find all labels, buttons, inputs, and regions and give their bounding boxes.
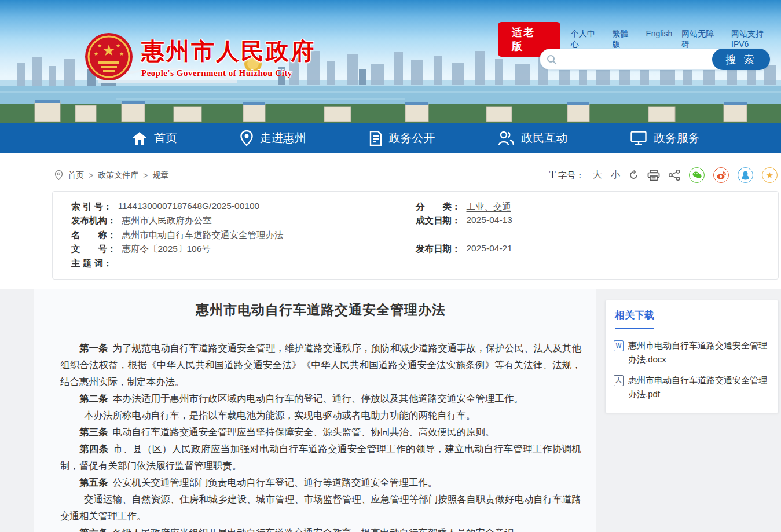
wechat-icon[interactable] — [689, 167, 705, 183]
sidebar: 相关下载 W 惠州市电动自行车道路交通安全管理办法.docx 人 惠州市电动自行… — [605, 300, 779, 413]
metadata-value: 2025-04-21 — [467, 243, 512, 255]
breadcrumb-current[interactable]: 规章 — [152, 170, 168, 181]
svg-text:★: ★ — [116, 43, 120, 49]
metadata-label: 索 引 号： — [71, 201, 112, 213]
home-icon — [132, 131, 147, 145]
file-type-icon: W — [614, 340, 624, 351]
breadcrumb-location-icon — [54, 170, 63, 180]
metadata-value: 工业、交通 — [467, 201, 512, 213]
document-paragraph: 第五条公安机关交通管理部门负责电动自行车登记、通行等道路交通安全管理工作。 — [60, 474, 581, 491]
weibo-icon[interactable] — [713, 167, 729, 183]
metadata-value: 惠府令〔2025〕106号 — [122, 243, 211, 255]
national-emblem-icon: ★ ★ ★ ★ ★ — [85, 32, 133, 81]
metadata-row: 文 号： 惠府令〔2025〕106号 — [71, 243, 416, 255]
site-subtitle: People's Government of Huizhou City — [141, 68, 316, 78]
location-pin-icon — [240, 130, 253, 146]
logo-text: 惠州市人民政府 People's Government of Huizhou C… — [141, 35, 316, 78]
document-paragraph: 交通运输、自然资源、住房和城乡建设、城市管理、市场监督管理、应急管理等部门按照各… — [60, 491, 581, 524]
metadata-label: 分 类： — [416, 201, 461, 213]
metadata-row: 成文日期： 2025-04-13 — [416, 215, 772, 227]
article-number: 第四条 — [79, 443, 109, 454]
nav-label: 政民互动 — [521, 130, 567, 146]
qq-icon[interactable] — [738, 167, 753, 183]
metadata-row: 发布日期： 2025-04-21 — [416, 243, 772, 255]
monitor-icon — [630, 131, 647, 145]
nav-label: 政务服务 — [654, 130, 700, 146]
breadcrumb-separator: > — [89, 171, 93, 180]
font-smaller-button[interactable]: 小 — [611, 169, 620, 181]
document-paragraph: 第六条各级人民政府应当组织开展电动自行车道路交通安全教育，提高电动自行车驾乘人员… — [60, 524, 581, 532]
paragraph-text: 本办法所称电动自行车，是指以车载电池为能源，实现电驱动或者电助力功能的两轮自行车… — [84, 410, 476, 420]
topbar-link[interactable]: 网站支持IPV6 — [731, 29, 781, 50]
metadata-value: 2025-04-13 — [467, 215, 512, 227]
download-file-name: 惠州市电动自行车道路交通安全管理办法.pdf — [628, 373, 770, 401]
nav-item-interaction[interactable]: 政民互动 — [498, 130, 567, 146]
nav-item-gov-info[interactable]: 政务公开 — [369, 130, 435, 146]
svg-text:★: ★ — [119, 51, 124, 57]
search-button[interactable]: 搜 索 — [712, 49, 770, 70]
nav-item-home[interactable]: 首页 — [132, 130, 177, 146]
breadcrumb-policy-library[interactable]: 政策文件库 — [98, 170, 138, 181]
topbar-links: 个人中心繁體版English网站无障碍网站支持IPV6 — [571, 29, 781, 50]
paragraph-text: 为了规范电动自行车道路交通安全管理，维护道路交通秩序，预防和减少道路交通事故，保… — [60, 343, 581, 387]
paragraph-text: 本办法适用于惠州市行政区域内电动自行车的登记、通行、停放以及其他道路交通安全管理… — [113, 393, 524, 403]
document-panel: 惠州市电动自行车道路交通安全管理办法 第一条为了规范电动自行车道路交通安全管理，… — [34, 289, 596, 532]
topbar-link[interactable]: 网站无障碍 — [681, 29, 722, 50]
breadcrumb-separator: > — [143, 171, 148, 180]
download-link[interactable]: 人 惠州市电动自行车道路交通安全管理办法.pdf — [614, 373, 770, 401]
metadata-left-column: 索 引 号： 11441300007187648G/2025-00100 发布机… — [71, 200, 416, 271]
download-link[interactable]: W 惠州市电动自行车道路交通安全管理办法.docx — [614, 339, 770, 366]
font-larger-button[interactable]: 大 — [593, 169, 602, 181]
nav-label: 走进惠州 — [260, 130, 306, 146]
article-number: 第六条 — [79, 527, 108, 532]
search-input[interactable] — [557, 49, 712, 69]
page-toolbar: T 字号： 大 小 ★ — [549, 167, 778, 183]
article-number: 第五条 — [79, 477, 108, 487]
site-header: 适老版 个人中心繁體版English网站无障碍网站支持IPV6 ★ ★ ★ ★ … — [0, 0, 781, 123]
nav-item-about-huizhou[interactable]: 走进惠州 — [240, 130, 306, 146]
topbar-link[interactable]: 个人中心 — [571, 29, 603, 50]
metadata-right-column: 分 类： 工业、交通 成文日期： 2025-04-13 发布日期： 2025-0… — [416, 200, 772, 271]
article-number: 第一条 — [79, 343, 108, 353]
favorite-star-icon[interactable]: ★ — [762, 167, 778, 183]
refresh-icon[interactable] — [629, 170, 639, 180]
document-paragraph: 第一条为了规范电动自行车道路交通安全管理，维护道路交通秩序，预防和减少道路交通事… — [60, 340, 581, 390]
nav-label: 首页 — [154, 130, 177, 146]
metadata-label: 发布日期： — [416, 243, 461, 255]
site-logo[interactable]: ★ ★ ★ ★ ★ 惠州市人民政府 People's Government of… — [85, 32, 316, 81]
download-file-name: 惠州市电动自行车道路交通安全管理办法.docx — [628, 339, 770, 366]
svg-text:★: ★ — [97, 43, 102, 49]
metadata-row: 主 题 词： — [71, 258, 416, 270]
paragraph-text: 公安机关交通管理部门负责电动自行车登记、通行等道路交通安全管理工作。 — [113, 477, 438, 487]
document-title: 惠州市电动自行车道路交通安全管理办法 — [60, 301, 581, 319]
people-icon — [498, 131, 514, 146]
print-icon[interactable] — [647, 170, 660, 181]
metadata-label: 名 称： — [71, 229, 116, 241]
site-title: 惠州市人民政府 — [141, 35, 316, 67]
svg-text:★: ★ — [102, 42, 115, 59]
document-section: 惠州市电动自行车道路交通安全管理办法 第一条为了规范电动自行车道路交通安全管理，… — [0, 289, 781, 532]
metadata-row: 分 类： 工业、交通 — [416, 201, 772, 213]
metadata-label: 成文日期： — [416, 215, 461, 227]
nav-item-services[interactable]: 政务服务 — [630, 130, 700, 146]
document-paragraph: 第四条市、县（区）人民政府应当加强对电动自行车道路交通安全管理工作的领导，建立电… — [60, 441, 581, 474]
document-paragraph: 第二条本办法适用于惠州市行政区域内电动自行车的登记、通行、停放以及其他道路交通安… — [60, 390, 581, 407]
document-body: 第一条为了规范电动自行车道路交通安全管理，维护道路交通秩序，预防和减少道路交通事… — [60, 340, 581, 532]
document-paragraph: 本办法所称电动自行车，是指以车载电池为能源，实现电驱动或者电助力功能的两轮自行车… — [60, 407, 581, 424]
svg-text:★: ★ — [94, 51, 98, 57]
metadata-value: 11441300007187648G/2025-00100 — [118, 201, 260, 213]
metadata-label: 文 号： — [71, 243, 116, 255]
metadata-row: 名 称： 惠州市电动自行车道路交通安全管理办法 — [71, 229, 416, 241]
topbar-link[interactable]: English — [646, 29, 672, 50]
share-icon[interactable] — [669, 170, 680, 181]
topbar-link[interactable]: 繁體版 — [613, 29, 637, 50]
paragraph-text: 各级人民政府应当组织开展电动自行车道路交通安全教育，提高电动自行车驾乘人员的安全… — [113, 527, 524, 532]
nav-label: 政务公开 — [389, 130, 435, 146]
related-downloads-title: 相关下载 — [615, 309, 654, 329]
font-size-label: T 字号： — [549, 169, 584, 181]
paragraph-text: 市、县（区）人民政府应当加强对电动自行车道路交通安全管理工作的领导，建立电动自行… — [60, 443, 581, 471]
site-search: 搜 索 — [540, 49, 770, 70]
breadcrumb-toolbar-row: 首页 > 政策文件库 > 规章 T 字号： 大 小 — [52, 153, 779, 191]
breadcrumb-home[interactable]: 首页 — [68, 170, 84, 181]
download-list: W 惠州市电动自行车道路交通安全管理办法.docx 人 惠州市电动自行车道路交通… — [606, 329, 778, 413]
